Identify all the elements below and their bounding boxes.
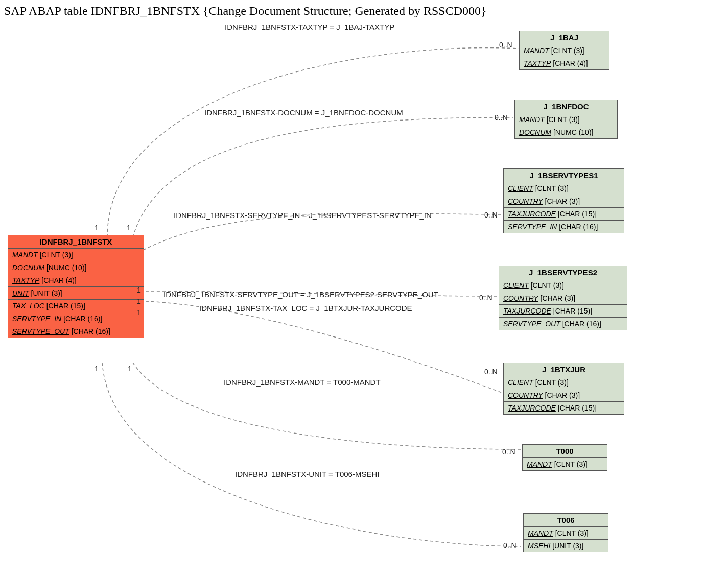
entity-field: TAXJURCODE [CHAR (15)] [504, 208, 624, 221]
entity-field: MANDT [CLNT (3)] [8, 249, 144, 261]
cardinality: 1 [95, 365, 99, 373]
entity-main-header: IDNFBRJ_1BNFSTX [8, 235, 144, 249]
cardinality: 0..N [495, 113, 508, 122]
relation-label: IDNFBRJ_1BNFSTX-MANDT = T000-MANDT [224, 378, 381, 387]
entity-field: MANDT [CLNT (3)] [523, 458, 607, 470]
entity-header: T000 [523, 445, 607, 458]
entity-field: SERVTYPE_OUT [CHAR (16)] [499, 318, 627, 330]
cardinality: 1 [137, 297, 141, 305]
entity-field: CLIENT [CLNT (3)] [504, 376, 624, 389]
entity-header: J_1BSERVTYPES1 [504, 169, 624, 182]
entity-j1btxjur: J_1BTXJUR CLIENT [CLNT (3)] COUNTRY [CHA… [503, 363, 624, 415]
entity-field: MANDT [CLNT (3)] [515, 113, 617, 126]
cardinality: 0..N [479, 294, 492, 302]
entity-header: J_1BTXJUR [504, 363, 624, 376]
entity-header: J_1BSERVTYPES2 [499, 266, 627, 279]
relation-label: IDNFBRJ_1BNFSTX-TAX_LOC = J_1BTXJUR-TAXJ… [199, 304, 412, 312]
relation-label: IDNFBRJ_1BNFSTX-TAXTYP = J_1BAJ-TAXTYP [225, 22, 394, 31]
cardinality: 1 [137, 286, 141, 294]
entity-field: CLIENT [CLNT (3)] [504, 182, 624, 195]
entity-field: MSEHI [UNIT (3)] [524, 540, 608, 552]
page-title: SAP ABAP table IDNFBRJ_1BNFSTX {Change D… [4, 4, 487, 18]
cardinality: 0..N [499, 41, 512, 49]
cardinality: 0..N [502, 448, 515, 456]
entity-header: J_1BNFDOC [515, 100, 617, 113]
entity-field: TAXJURCODE [CHAR (15)] [504, 402, 624, 414]
entity-field: TAXTYP [CHAR (4)] [520, 57, 609, 69]
entity-field: COUNTRY [CHAR (3)] [504, 389, 624, 402]
entity-j1bnfdoc: J_1BNFDOC MANDT [CLNT (3)] DOCNUM [NUMC … [514, 100, 618, 139]
entity-header: T006 [524, 514, 608, 527]
entity-field: UNIT [UNIT (3)] [8, 287, 144, 300]
entity-field: TAXTYP [CHAR (4)] [8, 274, 144, 287]
cardinality: 0..N [484, 211, 498, 219]
entity-field: SERVTYPE_IN [CHAR (16)] [8, 312, 144, 325]
cardinality: 0..N [503, 541, 516, 549]
cardinality: 1 [137, 308, 141, 317]
entity-t006: T006 MANDT [CLNT (3)] MSEHI [UNIT (3)] [523, 513, 608, 552]
entity-j1bservtypes2: J_1BSERVTYPES2 CLIENT [CLNT (3)] COUNTRY… [499, 266, 627, 330]
entity-main: IDNFBRJ_1BNFSTX MANDT [CLNT (3)] DOCNUM … [8, 235, 144, 338]
cardinality: 1 [127, 224, 131, 232]
relation-label: IDNFBRJ_1BNFSTX-SERVTYPE_OUT = J_1BSERVT… [163, 290, 438, 299]
relation-label: IDNFBRJ_1BNFSTX-SERVTYPE_IN = J_1BSERVTY… [174, 211, 432, 220]
cardinality: 1 [95, 224, 99, 232]
entity-j1baj: J_1BAJ MANDT [CLNT (3)] TAXTYP [CHAR (4)… [519, 31, 609, 70]
relation-label: IDNFBRJ_1BNFSTX-DOCNUM = J_1BNFDOC-DOCNU… [204, 108, 403, 117]
entity-field: SERVTYPE_OUT [CHAR (16)] [8, 325, 144, 338]
entity-field: TAXJURCODE [CHAR (15)] [499, 305, 627, 318]
entity-field: CLIENT [CLNT (3)] [499, 279, 627, 292]
entity-j1bservtypes1: J_1BSERVTYPES1 CLIENT [CLNT (3)] COUNTRY… [503, 168, 624, 233]
entity-field: MANDT [CLNT (3)] [524, 527, 608, 540]
entity-field: DOCNUM [NUMC (10)] [515, 126, 617, 138]
entity-field: TAX_LOC [CHAR (15)] [8, 300, 144, 312]
entity-field: COUNTRY [CHAR (3)] [504, 195, 624, 208]
entity-header: J_1BAJ [520, 31, 609, 44]
relation-label: IDNFBRJ_1BNFSTX-UNIT = T006-MSEHI [235, 470, 379, 478]
cardinality: 1 [128, 365, 132, 373]
entity-field: MANDT [CLNT (3)] [520, 44, 609, 57]
entity-field: DOCNUM [NUMC (10)] [8, 261, 144, 274]
entity-field: SERVTYPE_IN [CHAR (16)] [504, 221, 624, 233]
entity-t000: T000 MANDT [CLNT (3)] [522, 444, 607, 471]
cardinality: 0..N [484, 368, 498, 376]
entity-field: COUNTRY [CHAR (3)] [499, 292, 627, 305]
